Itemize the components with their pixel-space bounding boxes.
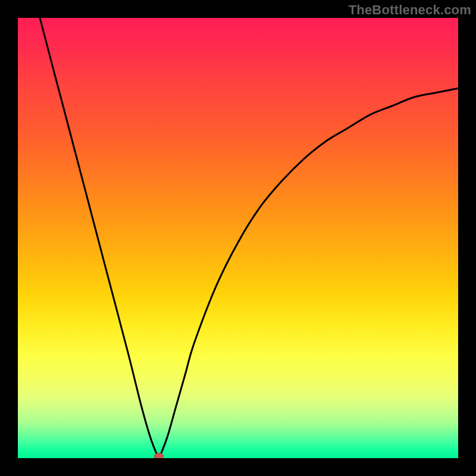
minimum-marker — [154, 453, 164, 458]
watermark-text: TheBottleneck.com — [349, 2, 471, 18]
curve-svg — [18, 18, 458, 458]
plot-area — [18, 18, 458, 458]
bottleneck-curve-path — [18, 18, 458, 458]
chart-frame: TheBottleneck.com — [0, 0, 476, 476]
